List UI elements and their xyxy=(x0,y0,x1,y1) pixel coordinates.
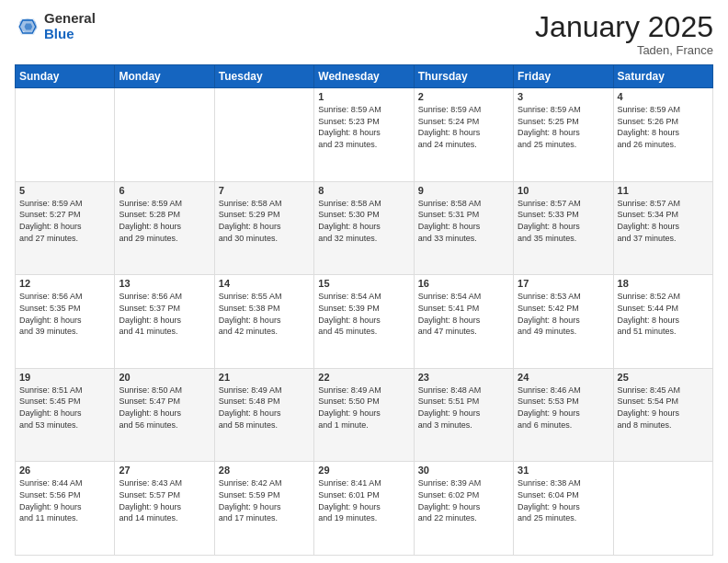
table-row: 23Sunrise: 8:48 AM Sunset: 5:51 PM Dayli… xyxy=(414,368,513,462)
day-number: 31 xyxy=(518,465,609,476)
table-row: 17Sunrise: 8:53 AM Sunset: 5:42 PM Dayli… xyxy=(514,275,613,369)
cell-info: Sunrise: 8:41 AM Sunset: 6:01 PM Dayligh… xyxy=(318,477,409,523)
table-row: 14Sunrise: 8:55 AM Sunset: 5:38 PM Dayli… xyxy=(214,275,313,369)
day-number: 15 xyxy=(318,278,409,289)
day-number: 12 xyxy=(19,278,110,289)
month-title: January 2025 xyxy=(535,11,713,43)
day-number: 30 xyxy=(418,465,509,476)
day-number: 25 xyxy=(618,372,709,383)
day-number: 9 xyxy=(418,185,509,196)
day-number: 1 xyxy=(318,91,409,102)
logo-blue-text: Blue xyxy=(44,27,96,42)
header: General Blue January 2025 Taden, France xyxy=(15,11,713,57)
calendar-week-row: 19Sunrise: 8:51 AM Sunset: 5:45 PM Dayli… xyxy=(16,368,713,462)
table-row: 20Sunrise: 8:50 AM Sunset: 5:47 PM Dayli… xyxy=(115,368,214,462)
cell-info: Sunrise: 8:45 AM Sunset: 5:54 PM Dayligh… xyxy=(618,385,709,431)
cell-info: Sunrise: 8:58 AM Sunset: 5:30 PM Dayligh… xyxy=(318,198,409,244)
day-number: 7 xyxy=(219,185,310,196)
day-number: 22 xyxy=(318,372,409,383)
day-number: 17 xyxy=(518,278,609,289)
logo-icon xyxy=(15,14,40,40)
table-row: 24Sunrise: 8:46 AM Sunset: 5:53 PM Dayli… xyxy=(514,368,613,462)
cell-info: Sunrise: 8:44 AM Sunset: 5:56 PM Dayligh… xyxy=(19,477,110,523)
day-number: 6 xyxy=(119,185,210,196)
table-row xyxy=(613,462,712,556)
table-row: 1Sunrise: 8:59 AM Sunset: 5:23 PM Daylig… xyxy=(314,88,414,182)
day-number: 5 xyxy=(19,185,110,196)
table-row: 3Sunrise: 8:59 AM Sunset: 5:25 PM Daylig… xyxy=(514,88,613,182)
cell-info: Sunrise: 8:48 AM Sunset: 5:51 PM Dayligh… xyxy=(418,385,509,431)
calendar-week-row: 26Sunrise: 8:44 AM Sunset: 5:56 PM Dayli… xyxy=(16,462,713,556)
cell-info: Sunrise: 8:54 AM Sunset: 5:39 PM Dayligh… xyxy=(318,291,409,337)
day-number: 13 xyxy=(119,278,210,289)
logo: General Blue xyxy=(15,11,96,41)
table-row: 27Sunrise: 8:43 AM Sunset: 5:57 PM Dayli… xyxy=(115,462,214,556)
table-row: 10Sunrise: 8:57 AM Sunset: 5:33 PM Dayli… xyxy=(514,181,613,275)
table-row: 5Sunrise: 8:59 AM Sunset: 5:27 PM Daylig… xyxy=(16,181,115,275)
cell-info: Sunrise: 8:59 AM Sunset: 5:25 PM Dayligh… xyxy=(518,104,609,150)
cell-info: Sunrise: 8:56 AM Sunset: 5:35 PM Dayligh… xyxy=(19,291,110,337)
table-row: 11Sunrise: 8:57 AM Sunset: 5:34 PM Dayli… xyxy=(613,181,712,275)
logo-general-text: General xyxy=(44,11,96,27)
table-row: 15Sunrise: 8:54 AM Sunset: 5:39 PM Dayli… xyxy=(314,275,414,369)
cell-info: Sunrise: 8:59 AM Sunset: 5:26 PM Dayligh… xyxy=(618,104,709,150)
day-number: 27 xyxy=(119,465,210,476)
table-row: 8Sunrise: 8:58 AM Sunset: 5:30 PM Daylig… xyxy=(314,181,414,275)
day-number: 3 xyxy=(518,91,609,102)
day-number: 24 xyxy=(518,372,609,383)
table-row: 9Sunrise: 8:58 AM Sunset: 5:31 PM Daylig… xyxy=(414,181,513,275)
cell-info: Sunrise: 8:58 AM Sunset: 5:31 PM Dayligh… xyxy=(418,198,509,244)
cell-info: Sunrise: 8:50 AM Sunset: 5:47 PM Dayligh… xyxy=(119,385,210,431)
calendar-week-row: 12Sunrise: 8:56 AM Sunset: 5:35 PM Dayli… xyxy=(16,275,713,369)
cell-info: Sunrise: 8:51 AM Sunset: 5:45 PM Dayligh… xyxy=(19,385,110,431)
location-subtitle: Taden, France xyxy=(535,43,713,57)
page: General Blue January 2025 Taden, France … xyxy=(0,0,728,563)
table-row xyxy=(115,88,214,182)
table-row xyxy=(16,88,115,182)
table-row xyxy=(214,88,313,182)
col-thursday: Thursday xyxy=(414,65,513,88)
day-number: 28 xyxy=(219,465,310,476)
table-row: 7Sunrise: 8:58 AM Sunset: 5:29 PM Daylig… xyxy=(214,181,313,275)
cell-info: Sunrise: 8:59 AM Sunset: 5:24 PM Dayligh… xyxy=(418,104,509,150)
day-number: 11 xyxy=(618,185,709,196)
day-number: 23 xyxy=(418,372,509,383)
calendar-table: Sunday Monday Tuesday Wednesday Thursday… xyxy=(15,64,713,556)
cell-info: Sunrise: 8:54 AM Sunset: 5:41 PM Dayligh… xyxy=(418,291,509,337)
cell-info: Sunrise: 8:56 AM Sunset: 5:37 PM Dayligh… xyxy=(119,291,210,337)
calendar-week-row: 5Sunrise: 8:59 AM Sunset: 5:27 PM Daylig… xyxy=(16,181,713,275)
table-row: 13Sunrise: 8:56 AM Sunset: 5:37 PM Dayli… xyxy=(115,275,214,369)
col-saturday: Saturday xyxy=(613,65,712,88)
table-row: 26Sunrise: 8:44 AM Sunset: 5:56 PM Dayli… xyxy=(16,462,115,556)
cell-info: Sunrise: 8:42 AM Sunset: 5:59 PM Dayligh… xyxy=(219,477,310,523)
cell-info: Sunrise: 8:57 AM Sunset: 5:33 PM Dayligh… xyxy=(518,198,609,244)
cell-info: Sunrise: 8:46 AM Sunset: 5:53 PM Dayligh… xyxy=(518,385,609,431)
day-number: 20 xyxy=(119,372,210,383)
cell-info: Sunrise: 8:52 AM Sunset: 5:44 PM Dayligh… xyxy=(618,291,709,337)
table-row: 4Sunrise: 8:59 AM Sunset: 5:26 PM Daylig… xyxy=(613,88,712,182)
col-friday: Friday xyxy=(514,65,613,88)
calendar-header-row: Sunday Monday Tuesday Wednesday Thursday… xyxy=(16,65,713,88)
cell-info: Sunrise: 8:43 AM Sunset: 5:57 PM Dayligh… xyxy=(119,477,210,523)
day-number: 8 xyxy=(318,185,409,196)
table-row: 18Sunrise: 8:52 AM Sunset: 5:44 PM Dayli… xyxy=(613,275,712,369)
table-row: 19Sunrise: 8:51 AM Sunset: 5:45 PM Dayli… xyxy=(16,368,115,462)
day-number: 16 xyxy=(418,278,509,289)
table-row: 21Sunrise: 8:49 AM Sunset: 5:48 PM Dayli… xyxy=(214,368,313,462)
cell-info: Sunrise: 8:59 AM Sunset: 5:23 PM Dayligh… xyxy=(318,104,409,150)
cell-info: Sunrise: 8:59 AM Sunset: 5:27 PM Dayligh… xyxy=(19,198,110,244)
cell-info: Sunrise: 8:58 AM Sunset: 5:29 PM Dayligh… xyxy=(219,198,310,244)
cell-info: Sunrise: 8:49 AM Sunset: 5:48 PM Dayligh… xyxy=(219,385,310,431)
table-row: 22Sunrise: 8:49 AM Sunset: 5:50 PM Dayli… xyxy=(314,368,414,462)
cell-info: Sunrise: 8:39 AM Sunset: 6:02 PM Dayligh… xyxy=(418,477,509,523)
day-number: 18 xyxy=(618,278,709,289)
table-row: 12Sunrise: 8:56 AM Sunset: 5:35 PM Dayli… xyxy=(16,275,115,369)
cell-info: Sunrise: 8:53 AM Sunset: 5:42 PM Dayligh… xyxy=(518,291,609,337)
day-number: 10 xyxy=(518,185,609,196)
col-wednesday: Wednesday xyxy=(314,65,414,88)
day-number: 26 xyxy=(19,465,110,476)
table-row: 29Sunrise: 8:41 AM Sunset: 6:01 PM Dayli… xyxy=(314,462,414,556)
day-number: 2 xyxy=(418,91,509,102)
day-number: 4 xyxy=(618,91,709,102)
cell-info: Sunrise: 8:38 AM Sunset: 6:04 PM Dayligh… xyxy=(518,477,609,523)
